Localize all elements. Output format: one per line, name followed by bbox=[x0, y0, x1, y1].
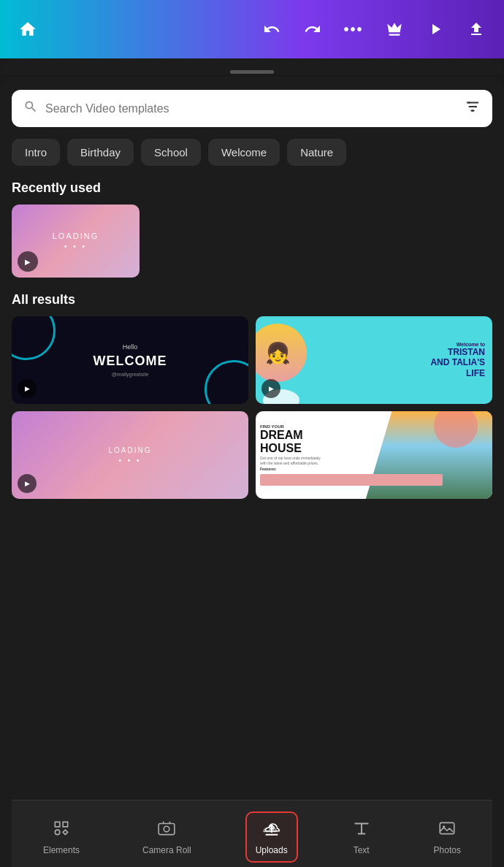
filter-icon[interactable] bbox=[465, 99, 481, 118]
nav-camera-roll[interactable]: Camera Roll bbox=[134, 813, 200, 861]
loading-dots: • • • bbox=[53, 242, 99, 251]
all-results-title: All results bbox=[12, 292, 492, 308]
features-label: Features: bbox=[260, 467, 488, 471]
cyan-circle-br bbox=[205, 360, 248, 404]
search-icon bbox=[23, 99, 38, 118]
dream-sub: Get one of our best units immediatelywit… bbox=[260, 456, 488, 465]
undo-icon[interactable] bbox=[259, 16, 285, 42]
dream-title: DREAMHOUSE bbox=[260, 429, 488, 454]
camera-roll-icon bbox=[157, 819, 176, 842]
recent-thumb-1[interactable]: LOADING • • • ▶ bbox=[12, 205, 140, 278]
svg-point-3 bbox=[55, 830, 60, 835]
redo-icon[interactable] bbox=[299, 16, 326, 42]
svg-point-2 bbox=[472, 110, 474, 112]
share-icon[interactable] bbox=[463, 16, 489, 42]
top-bar-center: ••• bbox=[259, 16, 489, 42]
more-icon[interactable]: ••• bbox=[340, 16, 367, 42]
loading-dots-3: • • • bbox=[108, 457, 151, 465]
photos-icon bbox=[438, 819, 457, 842]
svg-point-0 bbox=[468, 102, 470, 104]
elements-label: Elements bbox=[43, 845, 80, 855]
svg-point-1 bbox=[475, 106, 477, 108]
talia-title: TRISTANAND TALIA'SLIFE bbox=[430, 347, 485, 378]
nav-elements[interactable]: Elements bbox=[34, 813, 88, 861]
text-icon bbox=[352, 819, 371, 842]
results-grid: Hello WELCOME @reallygreatsite ▶ 👧 Welco… bbox=[12, 316, 492, 506]
camera-roll-label: Camera Roll bbox=[142, 845, 191, 855]
result-thumb-1[interactable]: Hello WELCOME @reallygreatsite ▶ bbox=[12, 316, 248, 404]
category-row: Intro Birthday School Welcome Nature bbox=[12, 139, 492, 166]
all-results-section: All results Hello WELCOME @reallygreatsi… bbox=[12, 292, 492, 800]
hello-text: Hello bbox=[123, 343, 138, 351]
svg-point-7 bbox=[443, 825, 445, 828]
uploads-icon bbox=[262, 819, 281, 842]
drag-handle bbox=[230, 70, 274, 74]
crown-icon[interactable] bbox=[381, 16, 408, 42]
home-icon[interactable] bbox=[15, 16, 41, 42]
search-input[interactable] bbox=[45, 102, 457, 115]
top-bar: ••• bbox=[0, 0, 504, 58]
welcome-big-text: WELCOME bbox=[93, 354, 167, 369]
svg-point-5 bbox=[164, 826, 170, 832]
chip-nature[interactable]: Nature bbox=[287, 139, 346, 166]
main-panel: Intro Birthday School Welcome Nature Rec… bbox=[0, 77, 504, 867]
recently-used-title: Recently used bbox=[12, 180, 492, 196]
search-bar bbox=[12, 90, 492, 127]
loading-text-3: LOADING bbox=[108, 446, 151, 454]
recently-used-section: Recently used LOADING • • • ▶ bbox=[12, 180, 492, 278]
site-text: @reallygreatsite bbox=[112, 372, 149, 377]
result-thumb-3[interactable]: LOADING • • • ▶ bbox=[12, 411, 248, 499]
nav-photos[interactable]: Photos bbox=[425, 813, 470, 861]
chip-welcome[interactable]: Welcome bbox=[208, 139, 280, 166]
play-button-2[interactable]: ▶ bbox=[261, 379, 280, 398]
nav-text[interactable]: Text bbox=[343, 813, 380, 861]
play-button-3[interactable]: ▶ bbox=[18, 474, 37, 493]
chip-intro[interactable]: Intro bbox=[12, 139, 60, 166]
play-icon[interactable] bbox=[422, 16, 448, 42]
svg-rect-4 bbox=[159, 823, 175, 834]
welcome-small-text: Welcome to bbox=[452, 342, 485, 347]
elements-icon bbox=[52, 819, 71, 842]
play-button-recent[interactable]: ▶ bbox=[18, 251, 38, 272]
result-thumb-4[interactable]: FIND YOUR DREAMHOUSE Get one of our best… bbox=[256, 411, 492, 499]
play-button-1[interactable]: ▶ bbox=[18, 379, 37, 398]
text-label: Text bbox=[354, 845, 370, 855]
talia-circle: 👧 bbox=[256, 324, 307, 382]
svg-rect-6 bbox=[440, 822, 455, 833]
uploads-label: Uploads bbox=[256, 845, 288, 855]
nav-uploads[interactable]: Uploads bbox=[245, 811, 298, 863]
result-thumb-2[interactable]: 👧 Welcome to TRISTANAND TALIA'SLIFE ▶ bbox=[256, 316, 492, 404]
chip-birthday[interactable]: Birthday bbox=[67, 139, 134, 166]
features-box bbox=[260, 474, 443, 486]
chip-school[interactable]: School bbox=[141, 139, 201, 166]
photos-label: Photos bbox=[434, 845, 461, 855]
loading-text: LOADING • • • bbox=[53, 232, 99, 251]
cyan-circle-tl bbox=[12, 316, 56, 360]
bottom-nav: Elements Camera Roll bbox=[12, 800, 492, 867]
